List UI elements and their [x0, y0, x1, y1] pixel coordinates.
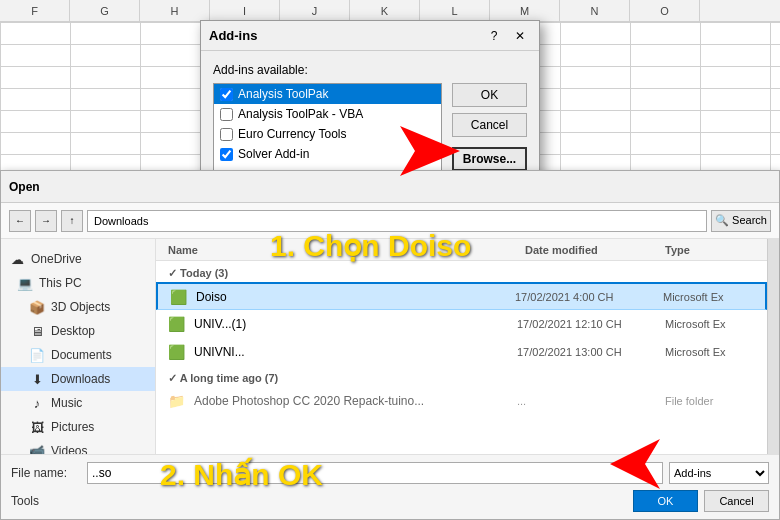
sidebar-label-downloads: Downloads: [51, 372, 110, 386]
sidebar-label-pictures: Pictures: [51, 420, 94, 434]
tools-row: Tools OK Cancel: [11, 489, 769, 513]
downloads-icon: ⬇: [29, 372, 45, 387]
univ1-file-date: 17/02/2021 12:10 CH: [517, 318, 657, 330]
col-m: M: [490, 0, 560, 21]
desktop-icon: 🖥: [29, 324, 45, 339]
addin-checkbox-analysis-toolpak-vba[interactable]: [220, 108, 233, 121]
file-explorer-main: ☁ OneDrive 💻 This PC 📦 3D Objects 🖥 Desk…: [1, 239, 779, 454]
3d-objects-icon: 📦: [29, 300, 45, 315]
univni-file-type: Microsoft Ex: [665, 346, 755, 358]
sidebar-label-this-pc: This PC: [39, 276, 82, 290]
doiso-file-name: Doiso: [196, 290, 507, 304]
dialog-ok-button[interactable]: OK: [452, 83, 527, 107]
pictures-icon: 🖼: [29, 420, 45, 435]
file-explorer-sidebar: ☁ OneDrive 💻 This PC 📦 3D Objects 🖥 Desk…: [1, 239, 156, 454]
sidebar-label-desktop: Desktop: [51, 324, 95, 338]
photoshop-file-icon: 📁: [168, 393, 186, 409]
col-n: N: [560, 0, 630, 21]
this-pc-icon: 💻: [17, 276, 33, 291]
tools-label: Tools: [11, 494, 39, 508]
col-h: H: [140, 0, 210, 21]
sidebar-item-downloads[interactable]: ⬇ Downloads: [1, 367, 155, 391]
sidebar-item-music[interactable]: ♪ Music: [1, 391, 155, 415]
file-explorer-content[interactable]: Name Date modified Type ✓ Today (3) 🟩 Do…: [156, 239, 767, 454]
scrollbar[interactable]: [767, 239, 779, 454]
file-row-doiso[interactable]: 🟩 Doiso 17/02/2021 4:00 CH Microsoft Ex: [156, 282, 767, 310]
fe-ok-button[interactable]: OK: [633, 490, 698, 512]
col-i: I: [210, 0, 280, 21]
univni-file-date: 17/02/2021 13:00 CH: [517, 346, 657, 358]
addins-available-label: Add-ins available:: [213, 63, 527, 77]
sidebar-item-3d-objects[interactable]: 📦 3D Objects: [1, 295, 155, 319]
file-row-photoshop[interactable]: 📁 Adobe Photoshop CC 2020 Repack-tuino..…: [156, 387, 767, 415]
group-longtime-header: ✓ A long time ago (7): [156, 366, 767, 387]
svg-marker-0: [400, 126, 460, 176]
file-row-univ1[interactable]: 🟩 UNIV...(1) 17/02/2021 12:10 CH Microso…: [156, 310, 767, 338]
col-k: K: [350, 0, 420, 21]
fe-cancel-button[interactable]: Cancel: [704, 490, 769, 512]
addin-label-analysis-toolpak-vba: Analysis ToolPak - VBA: [238, 107, 363, 121]
step2-annotation: 2. Nhấn OK: [160, 457, 323, 492]
univ1-file-icon: 🟩: [168, 316, 186, 332]
col-j: J: [280, 0, 350, 21]
doiso-file-date: 17/02/2021 4:00 CH: [515, 291, 655, 303]
documents-icon: 📄: [29, 348, 45, 363]
addin-item-analysis-toolpak-vba[interactable]: Analysis ToolPak - VBA: [214, 104, 441, 124]
col-date-header: Date modified: [525, 244, 665, 256]
dialog-close-button[interactable]: ✕: [509, 25, 531, 47]
nav-up-button[interactable]: ↑: [61, 210, 83, 232]
filename-label: File name:: [11, 466, 81, 480]
excel-col-headers: F G H I J K L M N O: [0, 0, 780, 22]
svg-marker-1: [610, 439, 660, 489]
sidebar-item-pictures[interactable]: 🖼 Pictures: [1, 415, 155, 439]
dialog-titlebar: Add-ins ? ✕: [201, 21, 539, 51]
univ1-file-type: Microsoft Ex: [665, 318, 755, 330]
addin-item-analysis-toolpak[interactable]: Analysis ToolPak: [214, 84, 441, 104]
step1-annotation: 1. Chọn Doiso: [270, 228, 471, 263]
nav-forward-button[interactable]: →: [35, 210, 57, 232]
col-l: L: [420, 0, 490, 21]
addin-label-euro-currency: Euro Currency Tools: [238, 127, 347, 141]
sidebar-label-onedrive: OneDrive: [31, 252, 82, 266]
onedrive-icon: ☁: [9, 252, 25, 267]
sidebar-item-desktop[interactable]: 🖥 Desktop: [1, 319, 155, 343]
sidebar-label-music: Music: [51, 396, 82, 410]
addin-label-analysis-toolpak: Analysis ToolPak: [238, 87, 329, 101]
doiso-file-type: Microsoft Ex: [663, 291, 753, 303]
music-icon: ♪: [29, 396, 45, 411]
sidebar-item-onedrive[interactable]: ☁ OneDrive: [1, 247, 155, 271]
nav-back-button[interactable]: ←: [9, 210, 31, 232]
sidebar-item-videos[interactable]: 📹 Videos: [1, 439, 155, 454]
univ1-file-name: UNIV...(1): [194, 317, 509, 331]
sidebar-item-documents[interactable]: 📄 Documents: [1, 343, 155, 367]
univni-file-name: UNIVNI...: [194, 345, 509, 359]
addin-checkbox-solver[interactable]: [220, 148, 233, 161]
photoshop-file-date: ...: [517, 395, 657, 407]
col-o: O: [630, 0, 700, 21]
photoshop-file-name: Adobe Photoshop CC 2020 Repack-tuino...: [194, 394, 509, 408]
file-explorer-title: Open: [9, 180, 40, 194]
col-f: F: [0, 0, 70, 21]
videos-icon: 📹: [29, 444, 45, 455]
browse-arrow: [390, 126, 460, 179]
col-type-header: Type: [665, 244, 755, 256]
doiso-file-icon: 🟩: [170, 289, 188, 305]
addin-checkbox-analysis-toolpak[interactable]: [220, 88, 233, 101]
addin-label-solver: Solver Add-in: [238, 147, 309, 161]
filetype-select[interactable]: Add-ins: [669, 462, 769, 484]
sidebar-section: ☁ OneDrive 💻 This PC 📦 3D Objects 🖥 Desk…: [1, 247, 155, 454]
addin-checkbox-euro-currency[interactable]: [220, 128, 233, 141]
sidebar-label-documents: Documents: [51, 348, 112, 362]
sidebar-label-3d-objects: 3D Objects: [51, 300, 110, 314]
col-g: G: [70, 0, 140, 21]
dialog-titlebar-controls: ? ✕: [483, 25, 531, 47]
file-row-univni[interactable]: 🟩 UNIVNI... 17/02/2021 13:00 CH Microsof…: [156, 338, 767, 366]
dialog-help-button[interactable]: ?: [483, 25, 505, 47]
sidebar-item-this-pc[interactable]: 💻 This PC: [1, 271, 155, 295]
search-box[interactable]: 🔍 Search: [711, 210, 771, 232]
dialog-cancel-button[interactable]: Cancel: [452, 113, 527, 137]
univni-file-icon: 🟩: [168, 344, 186, 360]
sidebar-label-videos: Videos: [51, 444, 87, 454]
group-today-header: ✓ Today (3): [156, 261, 767, 282]
dialog-browse-button[interactable]: Browse...: [452, 147, 527, 171]
